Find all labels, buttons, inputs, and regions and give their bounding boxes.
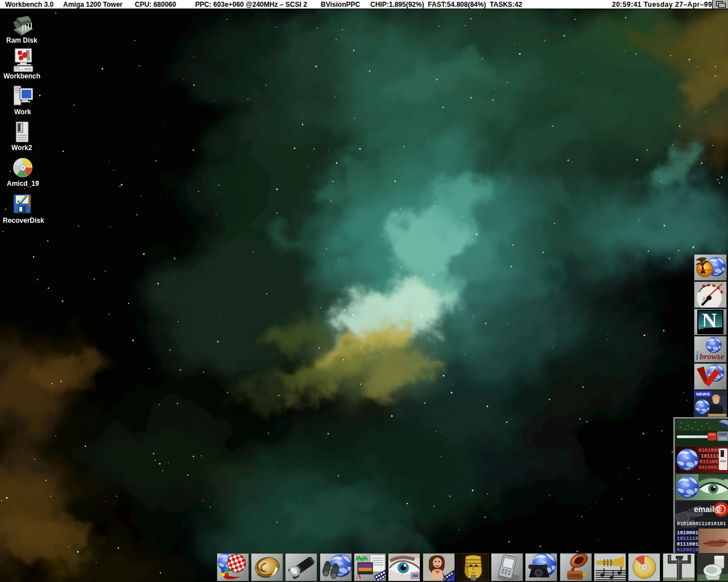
- svg-text:i: i: [696, 350, 699, 362]
- svg-text:NEWS: NEWS: [696, 392, 710, 397]
- svg-text:0111001: 0111001: [677, 542, 698, 547]
- svg-text:2: 2: [702, 296, 705, 301]
- svg-text:1010001: 1010001: [677, 530, 698, 536]
- svg-text:N: N: [702, 309, 717, 332]
- svg-text:0010001: 0010001: [698, 465, 720, 471]
- svg-text:0100010: 0100010: [677, 547, 698, 553]
- svg-text:0111001: 0111001: [700, 459, 721, 465]
- svg-text:email: email: [687, 510, 704, 517]
- svg-text:0101000111010101: 0101000111010101: [677, 521, 726, 527]
- svg-text:browse: browse: [700, 352, 725, 361]
- svg-text:1011110: 1011110: [677, 536, 698, 542]
- svg-text:A: A: [356, 572, 362, 580]
